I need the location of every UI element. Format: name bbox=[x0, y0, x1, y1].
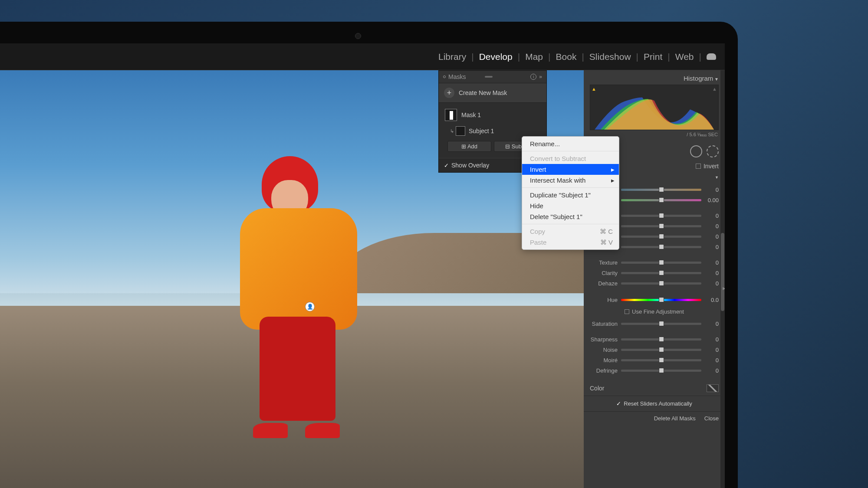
mask-item-mask1[interactable]: Mask 1 bbox=[443, 106, 542, 124]
create-mask-label: Create New Mask bbox=[459, 89, 507, 96]
component-label: Subject 1 bbox=[469, 128, 494, 134]
delete-all-masks-button[interactable]: Delete All Masks bbox=[654, 415, 696, 422]
link-icon: ↳ bbox=[450, 128, 454, 134]
slider-clarity[interactable]: Clarity0 bbox=[590, 269, 719, 277]
panel-expand-icon[interactable]: ▸ bbox=[723, 285, 725, 291]
laptop-frame: Library| Develop| Map| Book| Slideshow| … bbox=[0, 22, 738, 488]
menu-intersect[interactable]: Intersect Mask with▸ bbox=[522, 175, 619, 186]
reset-label: Reset Sliders Automatically bbox=[624, 400, 692, 407]
color-label: Color bbox=[590, 385, 604, 392]
menu-paste: Paste⌘ V bbox=[522, 237, 619, 248]
color-swatch-icon[interactable] bbox=[707, 384, 719, 392]
show-overlay-label: Show Overlay bbox=[451, 162, 489, 169]
slider-saturation[interactable]: Saturation0 bbox=[590, 319, 719, 328]
main-area: 👤 Masks i » + Create New Mask bbox=[0, 70, 725, 488]
slider-defringe[interactable]: Defringe0 bbox=[590, 366, 719, 375]
masks-panel-title: Masks bbox=[448, 73, 466, 80]
mask-thumbnail bbox=[445, 109, 457, 121]
slider-hue[interactable]: Hue0.0 bbox=[590, 295, 719, 304]
develop-right-panel: Histogram ▲ ▲ / 5.6 bbox=[584, 70, 725, 488]
check-icon: ✓ bbox=[616, 400, 621, 407]
submenu-arrow-icon: ▸ bbox=[611, 166, 615, 174]
slider-dehaze[interactable]: Dehaze0 bbox=[590, 279, 719, 288]
create-new-mask-button[interactable]: + Create New Mask bbox=[439, 83, 546, 103]
menu-delete[interactable]: Delete "Subject 1" bbox=[522, 211, 619, 222]
component-thumbnail bbox=[456, 126, 465, 136]
mask-label: Mask 1 bbox=[461, 111, 481, 118]
slider-noise[interactable]: Noise0 bbox=[590, 345, 719, 354]
nav-map[interactable]: Map bbox=[525, 52, 543, 62]
mask-pin-icon[interactable]: 👤 bbox=[305, 302, 315, 311]
info-icon[interactable]: i bbox=[530, 74, 536, 80]
slider-sharpness[interactable]: Sharpness0 bbox=[590, 335, 719, 344]
app-screen: Library| Develop| Map| Book| Slideshow| … bbox=[0, 43, 725, 488]
check-icon: ✓ bbox=[444, 162, 449, 169]
nav-develop[interactable]: Develop bbox=[479, 52, 513, 62]
camera-dot bbox=[355, 33, 361, 39]
nav-slideshow[interactable]: Slideshow bbox=[589, 52, 631, 62]
menu-duplicate[interactable]: Duplicate "Subject 1" bbox=[522, 190, 619, 200]
masks-panel-header[interactable]: Masks i » bbox=[439, 71, 546, 83]
mask-panel-footer: Delete All Masks Close bbox=[584, 411, 725, 425]
nav-book[interactable]: Book bbox=[556, 52, 577, 62]
masks-dot-icon bbox=[443, 75, 446, 78]
submenu-arrow-icon: ▸ bbox=[611, 177, 615, 184]
histogram-display[interactable]: ▲ ▲ bbox=[590, 85, 719, 130]
cloud-sync-icon[interactable] bbox=[707, 53, 716, 60]
nav-print[interactable]: Print bbox=[644, 52, 662, 62]
plus-icon: + bbox=[444, 88, 454, 98]
photo-preview[interactable]: 👤 Masks i » + Create New Mask bbox=[0, 70, 584, 488]
menu-convert-subtract: Convert to Subtract bbox=[522, 153, 619, 164]
mask-context-menu: Rename... Convert to Subtract Invert▸ In… bbox=[522, 136, 619, 250]
top-module-nav: Library| Develop| Map| Book| Slideshow| … bbox=[0, 43, 725, 70]
close-button[interactable]: Close bbox=[704, 415, 719, 422]
nav-web[interactable]: Web bbox=[675, 52, 694, 62]
checkbox-icon bbox=[696, 164, 701, 169]
menu-rename[interactable]: Rename... bbox=[522, 138, 619, 149]
menu-hide[interactable]: Hide bbox=[522, 200, 619, 211]
tool-icon-2[interactable] bbox=[707, 145, 719, 157]
panel-scrollbar[interactable] bbox=[720, 70, 725, 488]
collapse-icon[interactable]: » bbox=[539, 74, 542, 80]
slider-moire[interactable]: Moiré0 bbox=[590, 356, 719, 364]
tool-icon-1[interactable] bbox=[690, 145, 702, 157]
fine-adjustment-checkbox[interactable]: Use Fine Adjustment bbox=[590, 306, 719, 318]
panel-drag-handle[interactable] bbox=[485, 76, 493, 78]
menu-copy: Copy⌘ C bbox=[522, 226, 619, 237]
reset-sliders-checkbox[interactable]: ✓ Reset Sliders Automatically bbox=[584, 396, 725, 411]
add-to-mask-button[interactable]: ⊞ Add bbox=[447, 141, 491, 152]
nav-library[interactable]: Library bbox=[438, 52, 466, 62]
invert-label: Invert bbox=[704, 163, 719, 170]
menu-invert[interactable]: Invert▸ bbox=[522, 164, 619, 175]
color-picker-row[interactable]: Color bbox=[584, 381, 725, 396]
slider-texture[interactable]: Texture0 bbox=[590, 258, 719, 267]
histogram-header[interactable]: Histogram bbox=[590, 75, 719, 82]
